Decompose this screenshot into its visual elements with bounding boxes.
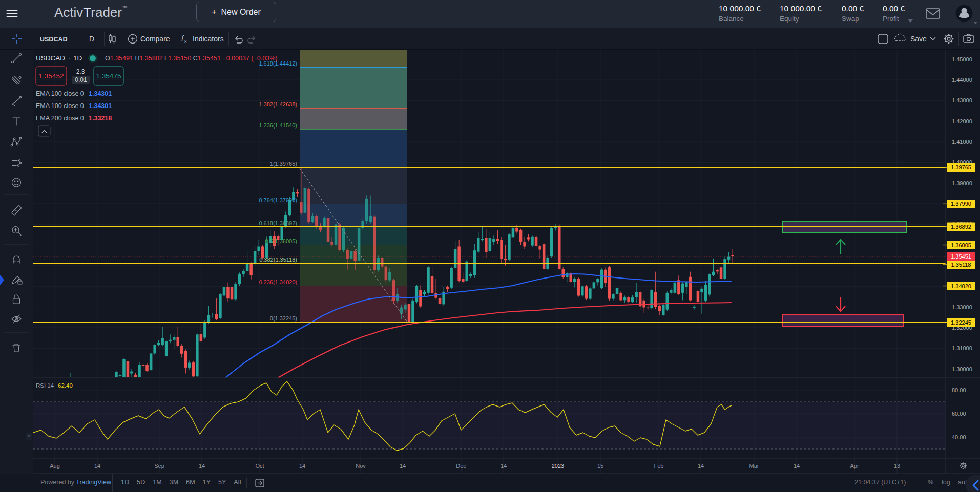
svg-text:0.764(1.37990): 0.764(1.37990) xyxy=(259,197,297,203)
svg-text:14: 14 xyxy=(400,463,406,469)
svg-text:Sep: Sep xyxy=(154,463,164,469)
svg-text:O1.35491 H1.35802 L1.35150 C1.: O1.35491 H1.35802 L1.35150 C1.35451 −0.0… xyxy=(105,55,277,62)
svg-text:80.00: 80.00 xyxy=(952,387,966,393)
svg-text:1.31000: 1.31000 xyxy=(952,345,972,351)
svg-text:14: 14 xyxy=(501,463,507,469)
svg-text:14: 14 xyxy=(794,463,800,469)
svg-text:14: 14 xyxy=(199,463,205,469)
svg-text:USDCAD: USDCAD xyxy=(36,54,65,62)
svg-text:1.32245: 1.32245 xyxy=(951,319,971,326)
svg-text:13: 13 xyxy=(894,463,900,469)
svg-text:1.33000: 1.33000 xyxy=(952,304,972,310)
svg-text:D: D xyxy=(89,35,94,43)
svg-text:1.45000: 1.45000 xyxy=(952,56,972,62)
svg-text:0.236(1.34020): 0.236(1.34020) xyxy=(259,279,297,285)
svg-text:60.00: 60.00 xyxy=(952,411,966,417)
svg-text:1.35475: 1.35475 xyxy=(96,72,121,80)
svg-text:EMA 200 close 0: EMA 200 close 0 xyxy=(36,115,84,122)
svg-text:EMA 100 close 0: EMA 100 close 0 xyxy=(36,102,84,110)
svg-text:40.00: 40.00 xyxy=(952,434,966,440)
svg-text:Apr: Apr xyxy=(850,463,859,469)
svg-text:1.39765: 1.39765 xyxy=(951,164,971,170)
svg-text:EMA 100 close 0: EMA 100 close 0 xyxy=(36,90,84,97)
svg-text:15: 15 xyxy=(597,463,603,469)
svg-text:1.43000: 1.43000 xyxy=(952,97,972,103)
svg-text:0.618(1.36892): 0.618(1.36892) xyxy=(259,220,297,226)
svg-text:1.42000: 1.42000 xyxy=(952,118,972,124)
svg-text:Aug: Aug xyxy=(50,463,60,469)
svg-text:Save: Save xyxy=(910,35,927,43)
svg-text:·: · xyxy=(69,55,71,62)
svg-text:Feb: Feb xyxy=(654,463,664,469)
svg-text:Indicators: Indicators xyxy=(193,35,224,43)
svg-text:1.44000: 1.44000 xyxy=(952,77,972,83)
svg-text:Compare: Compare xyxy=(140,35,170,43)
svg-text:1.36005: 1.36005 xyxy=(951,242,971,248)
svg-text:1.34301: 1.34301 xyxy=(89,90,112,97)
svg-text:1.39000: 1.39000 xyxy=(952,180,972,186)
svg-text:62.40: 62.40 xyxy=(58,382,73,389)
svg-text:1.34020: 1.34020 xyxy=(951,283,971,289)
svg-text:0.382(1.35118): 0.382(1.35118) xyxy=(259,256,297,263)
svg-text:Nov: Nov xyxy=(356,463,366,469)
svg-text:Dec: Dec xyxy=(456,463,466,469)
svg-text:1.382(1.42638): 1.382(1.42638) xyxy=(259,101,297,108)
svg-text:Oct: Oct xyxy=(255,463,264,469)
svg-text:1.34301: 1.34301 xyxy=(89,102,112,110)
svg-text:RSI 14: RSI 14 xyxy=(36,382,54,389)
svg-text:0.01: 0.01 xyxy=(75,76,87,83)
svg-text:14: 14 xyxy=(698,463,704,469)
svg-text:1.37990: 1.37990 xyxy=(951,201,971,207)
svg-text:14: 14 xyxy=(299,463,305,469)
svg-text:1.236(1.41540): 1.236(1.41540) xyxy=(259,122,297,129)
svg-text:0(1.32245): 0(1.32245) xyxy=(270,315,297,322)
svg-text:Mar: Mar xyxy=(749,463,759,469)
svg-text:2.3: 2.3 xyxy=(76,68,85,75)
svg-text:1.30000: 1.30000 xyxy=(952,366,972,372)
svg-text:1.33218: 1.33218 xyxy=(89,115,112,122)
svg-text:x: x xyxy=(184,39,187,44)
svg-text:«: « xyxy=(27,434,30,439)
svg-text:USDCAD: USDCAD xyxy=(40,36,67,43)
svg-text:1.35452: 1.35452 xyxy=(39,72,64,80)
svg-text:1D: 1D xyxy=(73,54,82,62)
svg-text:14: 14 xyxy=(94,463,100,469)
svg-text:0.5(1.36005): 0.5(1.36005) xyxy=(265,238,297,244)
svg-text:2023: 2023 xyxy=(552,463,564,469)
svg-text:1.35451: 1.35451 xyxy=(951,253,971,260)
svg-text:1(1.39765): 1(1.39765) xyxy=(270,161,297,167)
svg-text:1.35118: 1.35118 xyxy=(951,262,971,268)
svg-text:1.36892: 1.36892 xyxy=(951,224,971,230)
svg-text:1.41000: 1.41000 xyxy=(952,139,972,145)
